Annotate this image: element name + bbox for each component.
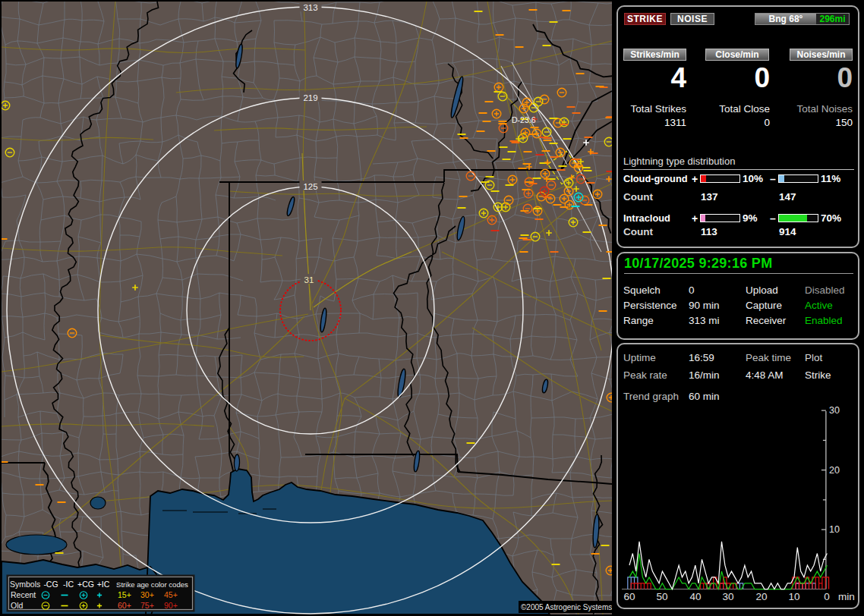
svg-text:0: 0	[824, 591, 830, 602]
svg-text:-IC: -IC	[63, 580, 74, 589]
svg-text:©2005 Astrogenic Systems: ©2005 Astrogenic Systems	[521, 603, 612, 611]
svg-text:Strike age color codes: Strike age color codes	[116, 580, 188, 589]
svg-text:min: min	[838, 591, 855, 602]
svg-text:20: 20	[829, 465, 840, 476]
svg-text:31: 31	[304, 275, 314, 284]
svg-text:+IC: +IC	[97, 580, 110, 589]
svg-text:30: 30	[722, 591, 733, 602]
svg-text:10: 10	[788, 591, 799, 602]
svg-text:60+: 60+	[118, 601, 131, 610]
svg-text:30: 30	[829, 405, 840, 416]
svg-text:75+: 75+	[140, 601, 154, 610]
svg-text:90+: 90+	[164, 601, 178, 610]
svg-text:30+: 30+	[140, 590, 154, 599]
svg-text:313: 313	[303, 3, 317, 12]
svg-text:20: 20	[755, 591, 767, 602]
svg-text:Symbols: Symbols	[10, 580, 40, 589]
svg-text:Recent: Recent	[11, 590, 36, 599]
svg-text:10: 10	[829, 524, 840, 535]
svg-text:D-23.6: D-23.6	[512, 115, 536, 124]
svg-text:219: 219	[303, 93, 317, 102]
svg-text:50: 50	[656, 591, 667, 602]
svg-text:+CG: +CG	[77, 580, 94, 589]
svg-text:-CG: -CG	[43, 580, 58, 589]
svg-text:125: 125	[303, 182, 317, 191]
svg-text:15+: 15+	[118, 590, 131, 599]
svg-text:Old: Old	[11, 601, 24, 610]
svg-text:60: 60	[623, 591, 635, 602]
svg-text:40: 40	[689, 591, 701, 602]
svg-text:45+: 45+	[164, 590, 178, 599]
